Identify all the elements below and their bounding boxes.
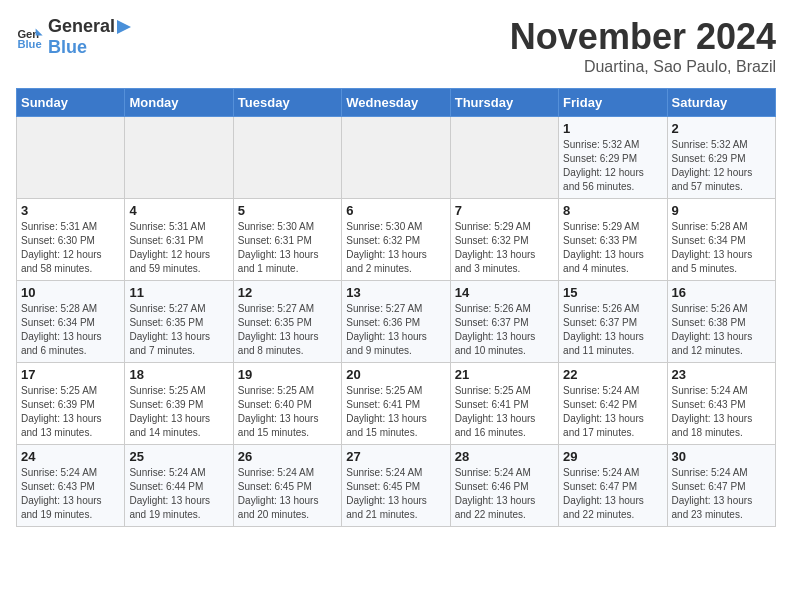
day-info: Sunrise: 5:24 AM Sunset: 6:47 PM Dayligh… [563, 466, 662, 522]
column-header-tuesday: Tuesday [233, 89, 341, 117]
month-title: November 2024 [510, 16, 776, 58]
logo-triangle-icon [115, 18, 133, 36]
day-number: 18 [129, 367, 228, 382]
day-number: 1 [563, 121, 662, 136]
day-info: Sunrise: 5:24 AM Sunset: 6:45 PM Dayligh… [346, 466, 445, 522]
calendar-cell: 17Sunrise: 5:25 AM Sunset: 6:39 PM Dayli… [17, 363, 125, 445]
title-area: November 2024 Duartina, Sao Paulo, Brazi… [510, 16, 776, 76]
day-info: Sunrise: 5:30 AM Sunset: 6:32 PM Dayligh… [346, 220, 445, 276]
calendar-cell: 13Sunrise: 5:27 AM Sunset: 6:36 PM Dayli… [342, 281, 450, 363]
svg-marker-3 [117, 20, 131, 34]
calendar-cell [342, 117, 450, 199]
day-info: Sunrise: 5:26 AM Sunset: 6:37 PM Dayligh… [563, 302, 662, 358]
calendar-cell: 14Sunrise: 5:26 AM Sunset: 6:37 PM Dayli… [450, 281, 558, 363]
day-info: Sunrise: 5:31 AM Sunset: 6:31 PM Dayligh… [129, 220, 228, 276]
day-info: Sunrise: 5:30 AM Sunset: 6:31 PM Dayligh… [238, 220, 337, 276]
calendar-cell: 11Sunrise: 5:27 AM Sunset: 6:35 PM Dayli… [125, 281, 233, 363]
calendar-week-row: 17Sunrise: 5:25 AM Sunset: 6:39 PM Dayli… [17, 363, 776, 445]
calendar-body: 1Sunrise: 5:32 AM Sunset: 6:29 PM Daylig… [17, 117, 776, 527]
day-number: 17 [21, 367, 120, 382]
calendar-cell: 9Sunrise: 5:28 AM Sunset: 6:34 PM Daylig… [667, 199, 775, 281]
day-number: 23 [672, 367, 771, 382]
calendar-week-row: 3Sunrise: 5:31 AM Sunset: 6:30 PM Daylig… [17, 199, 776, 281]
calendar-cell: 18Sunrise: 5:25 AM Sunset: 6:39 PM Dayli… [125, 363, 233, 445]
day-info: Sunrise: 5:32 AM Sunset: 6:29 PM Dayligh… [563, 138, 662, 194]
calendar-cell [125, 117, 233, 199]
day-number: 20 [346, 367, 445, 382]
calendar-cell: 23Sunrise: 5:24 AM Sunset: 6:43 PM Dayli… [667, 363, 775, 445]
day-number: 26 [238, 449, 337, 464]
calendar-cell: 12Sunrise: 5:27 AM Sunset: 6:35 PM Dayli… [233, 281, 341, 363]
day-number: 12 [238, 285, 337, 300]
logo-text-blue: Blue [48, 37, 87, 57]
calendar-cell: 1Sunrise: 5:32 AM Sunset: 6:29 PM Daylig… [559, 117, 667, 199]
column-header-thursday: Thursday [450, 89, 558, 117]
calendar-cell [233, 117, 341, 199]
day-info: Sunrise: 5:24 AM Sunset: 6:45 PM Dayligh… [238, 466, 337, 522]
day-number: 7 [455, 203, 554, 218]
calendar-cell: 15Sunrise: 5:26 AM Sunset: 6:37 PM Dayli… [559, 281, 667, 363]
calendar-cell: 4Sunrise: 5:31 AM Sunset: 6:31 PM Daylig… [125, 199, 233, 281]
day-number: 28 [455, 449, 554, 464]
calendar-cell [17, 117, 125, 199]
day-info: Sunrise: 5:27 AM Sunset: 6:36 PM Dayligh… [346, 302, 445, 358]
calendar-cell: 28Sunrise: 5:24 AM Sunset: 6:46 PM Dayli… [450, 445, 558, 527]
day-info: Sunrise: 5:25 AM Sunset: 6:41 PM Dayligh… [455, 384, 554, 440]
day-info: Sunrise: 5:27 AM Sunset: 6:35 PM Dayligh… [129, 302, 228, 358]
calendar-week-row: 10Sunrise: 5:28 AM Sunset: 6:34 PM Dayli… [17, 281, 776, 363]
logo-text-general: General [48, 16, 115, 37]
day-info: Sunrise: 5:29 AM Sunset: 6:33 PM Dayligh… [563, 220, 662, 276]
day-number: 11 [129, 285, 228, 300]
day-number: 27 [346, 449, 445, 464]
day-number: 21 [455, 367, 554, 382]
day-info: Sunrise: 5:29 AM Sunset: 6:32 PM Dayligh… [455, 220, 554, 276]
column-header-saturday: Saturday [667, 89, 775, 117]
calendar-cell: 7Sunrise: 5:29 AM Sunset: 6:32 PM Daylig… [450, 199, 558, 281]
logo: Gen Blue General Blue [16, 16, 133, 58]
day-info: Sunrise: 5:32 AM Sunset: 6:29 PM Dayligh… [672, 138, 771, 194]
location-title: Duartina, Sao Paulo, Brazil [510, 58, 776, 76]
day-info: Sunrise: 5:26 AM Sunset: 6:37 PM Dayligh… [455, 302, 554, 358]
day-number: 10 [21, 285, 120, 300]
calendar-cell: 3Sunrise: 5:31 AM Sunset: 6:30 PM Daylig… [17, 199, 125, 281]
calendar-cell: 6Sunrise: 5:30 AM Sunset: 6:32 PM Daylig… [342, 199, 450, 281]
svg-text:Blue: Blue [17, 38, 41, 50]
column-header-sunday: Sunday [17, 89, 125, 117]
calendar-cell: 10Sunrise: 5:28 AM Sunset: 6:34 PM Dayli… [17, 281, 125, 363]
calendar-cell: 16Sunrise: 5:26 AM Sunset: 6:38 PM Dayli… [667, 281, 775, 363]
header: Gen Blue General Blue November 2024 Duar… [16, 16, 776, 76]
calendar-cell: 2Sunrise: 5:32 AM Sunset: 6:29 PM Daylig… [667, 117, 775, 199]
day-number: 30 [672, 449, 771, 464]
calendar-cell: 25Sunrise: 5:24 AM Sunset: 6:44 PM Dayli… [125, 445, 233, 527]
day-number: 3 [21, 203, 120, 218]
day-number: 15 [563, 285, 662, 300]
day-number: 9 [672, 203, 771, 218]
day-info: Sunrise: 5:25 AM Sunset: 6:40 PM Dayligh… [238, 384, 337, 440]
day-info: Sunrise: 5:24 AM Sunset: 6:47 PM Dayligh… [672, 466, 771, 522]
column-header-wednesday: Wednesday [342, 89, 450, 117]
day-info: Sunrise: 5:27 AM Sunset: 6:35 PM Dayligh… [238, 302, 337, 358]
calendar-cell: 19Sunrise: 5:25 AM Sunset: 6:40 PM Dayli… [233, 363, 341, 445]
column-header-monday: Monday [125, 89, 233, 117]
day-number: 14 [455, 285, 554, 300]
day-number: 4 [129, 203, 228, 218]
day-number: 6 [346, 203, 445, 218]
day-number: 19 [238, 367, 337, 382]
day-info: Sunrise: 5:28 AM Sunset: 6:34 PM Dayligh… [672, 220, 771, 276]
day-info: Sunrise: 5:31 AM Sunset: 6:30 PM Dayligh… [21, 220, 120, 276]
day-number: 24 [21, 449, 120, 464]
logo-icon: Gen Blue [16, 23, 44, 51]
calendar-week-row: 1Sunrise: 5:32 AM Sunset: 6:29 PM Daylig… [17, 117, 776, 199]
day-number: 22 [563, 367, 662, 382]
day-info: Sunrise: 5:24 AM Sunset: 6:43 PM Dayligh… [21, 466, 120, 522]
calendar-cell: 30Sunrise: 5:24 AM Sunset: 6:47 PM Dayli… [667, 445, 775, 527]
day-info: Sunrise: 5:28 AM Sunset: 6:34 PM Dayligh… [21, 302, 120, 358]
day-info: Sunrise: 5:24 AM Sunset: 6:42 PM Dayligh… [563, 384, 662, 440]
day-number: 5 [238, 203, 337, 218]
calendar-header-row: SundayMondayTuesdayWednesdayThursdayFrid… [17, 89, 776, 117]
day-number: 29 [563, 449, 662, 464]
calendar-cell: 21Sunrise: 5:25 AM Sunset: 6:41 PM Dayli… [450, 363, 558, 445]
day-number: 2 [672, 121, 771, 136]
day-info: Sunrise: 5:25 AM Sunset: 6:39 PM Dayligh… [21, 384, 120, 440]
calendar-cell: 26Sunrise: 5:24 AM Sunset: 6:45 PM Dayli… [233, 445, 341, 527]
